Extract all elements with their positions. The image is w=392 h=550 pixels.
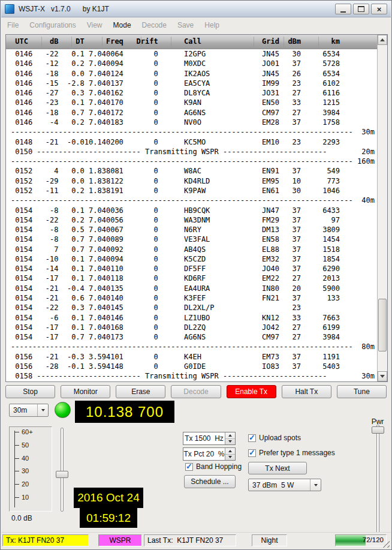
- power-select-value: 37 dBm 5 W: [249, 481, 310, 489]
- tx-progress-label: 72/120: [363, 536, 384, 543]
- meter-scale-label: 30: [22, 467, 29, 474]
- decode-row[interactable]: 0154 7 0.7 7.040092 0 AB4QS EL88 37 1518: [11, 245, 377, 254]
- decode-row[interactable]: 0154 -17 0.1 7.040168 0 DL2ZQ JO42 27 61…: [11, 323, 377, 332]
- decode-row[interactable]: 0154 -8 0.5 7.040067 0 N6RY DM13 37 3809: [11, 225, 377, 235]
- monitor-button[interactable]: Monitor: [61, 385, 110, 398]
- transmitting-row[interactable]: 0158 ------------------------ Transmitti…: [11, 371, 377, 381]
- decode-row[interactable]: 0152 -29 0.0 1.838122 0 KD4RLD EM95 10 7…: [11, 176, 377, 186]
- minimize-icon: [340, 10, 346, 13]
- decode-header[interactable]: UTC dB DT Freq Drift Call Grid dBm km: [6, 35, 377, 49]
- menubar: File Configurations View Mode Decode Sav…: [2, 18, 390, 32]
- decode-row[interactable]: 0146 -27 0.3 7.040162 0 DL8YCA JO31 27 6…: [11, 88, 377, 98]
- band-separator-row[interactable]: ----------------------------------------…: [11, 342, 377, 351]
- frequency-display: 10.138 700: [75, 401, 174, 423]
- halt-tx-button[interactable]: Halt Tx: [282, 385, 331, 398]
- band-separator-row[interactable]: ----------------------------------------…: [11, 127, 377, 137]
- spin-up-button[interactable]: [225, 448, 235, 455]
- pwr-slider[interactable]: [376, 425, 379, 534]
- wsjtx-window: WSJT-X v1.7.0 by K1JT × File Configurati…: [0, 0, 392, 550]
- decode-row[interactable]: 0154 -17 0.7 7.040173 0 AG6NS CM97 27 39…: [11, 332, 377, 342]
- meter-scale-label: 40: [22, 455, 29, 462]
- decode-row[interactable]: 0154 -22 0.2 7.040056 0 WA3DNM FM29 37 9…: [11, 215, 377, 225]
- decode-row[interactable]: 0154 -22 0.3 7.040145 0 DL2XL/P 23: [11, 303, 377, 312]
- arrow-up-icon: [380, 38, 385, 41]
- rx-gain-slider[interactable]: [61, 428, 64, 512]
- upload-spots-checkbox[interactable]: Upload spots: [248, 434, 301, 442]
- decode-row[interactable]: 0146 -18 0.7 7.040172 0 AG6NS CM97 27 39…: [11, 108, 377, 118]
- maximize-button[interactable]: [353, 4, 369, 14]
- band-separator-row[interactable]: ----------------------------------------…: [11, 157, 377, 166]
- prefer-type1-checkbox[interactable]: Prefer type 1 messages: [248, 449, 335, 457]
- chevron-down-icon: [310, 479, 321, 491]
- decode-row[interactable]: 0152 4 0.0 1.838081 0 W8AC EN91 37 549: [11, 166, 377, 176]
- decode-row[interactable]: 0154 -21 -0.4 7.040135 0 EA4URA IN80 20 …: [11, 284, 377, 293]
- spin-down-button[interactable]: [225, 439, 235, 445]
- decode-header-text: UTC dB DT Freq Drift Call Grid dBm km: [11, 37, 340, 46]
- band-separator-row[interactable]: ----------------------------------------…: [11, 196, 377, 205]
- meter-scale-label: 50: [22, 441, 29, 449]
- app-icon: [5, 4, 14, 14]
- decode-row[interactable]: 0146 -23 0.1 7.040170 0 K9AN EN50 33 121…: [11, 98, 377, 107]
- maximize-icon: [358, 6, 364, 12]
- decode-row[interactable]: 0154 -17 0.1 7.040118 0 KD6RF EM22 27 20…: [11, 274, 377, 283]
- schedule-button[interactable]: Schedule ...: [184, 475, 236, 488]
- decode-row[interactable]: 0156 -21 -0.3 3.594101 0 K4EH EM73 37 11…: [11, 352, 377, 362]
- decode-row[interactable]: 0154 -8 0.7 7.040089 0 VE3FAL EN58 37 14…: [11, 235, 377, 244]
- power-select[interactable]: 37 dBm 5 W: [248, 479, 321, 491]
- close-button[interactable]: ×: [371, 4, 387, 14]
- decode-row[interactable]: 0156 -28 -0.1 3.594148 0 G0IDE IO83 37 5…: [11, 362, 377, 371]
- mode-text: WSPR: [110, 536, 131, 545]
- spinner: [225, 448, 235, 460]
- decode-row[interactable]: 0146 -4 0.2 7.040183 0 NV0O EM28 37 1758: [11, 118, 377, 127]
- scroll-thumb[interactable]: [378, 299, 387, 351]
- decode-scrollbar[interactable]: [377, 35, 387, 381]
- tx-pct-spinbox[interactable]: Tx Pct 20 %: [183, 447, 236, 461]
- spin-up-button[interactable]: [225, 432, 235, 439]
- close-icon: ×: [377, 5, 382, 13]
- menu-decode: Decode: [137, 19, 172, 31]
- decode-rows[interactable]: 0146 -22 0.1 7.040064 0 I2GPG JN45 30 65…: [6, 49, 377, 381]
- spinner: [225, 432, 235, 444]
- arrow-down-icon: [228, 440, 232, 443]
- decode-row[interactable]: 0154 -14 0.1 7.040110 0 DF5FF JO40 37 62…: [11, 264, 377, 274]
- band-hopping-checkbox[interactable]: Band Hopping: [185, 462, 242, 471]
- decode-row[interactable]: 0146 -22 0.1 7.040064 0 I2GPG JN45 30 65…: [11, 49, 377, 59]
- decode-row[interactable]: 0154 -8 0.1 7.040036 0 HB9CQK JN47 37 64…: [11, 206, 377, 215]
- scroll-up-button[interactable]: [378, 35, 387, 45]
- decode-row[interactable]: 0154 -21 0.6 7.040140 0 K3FEF FN21 37 13…: [11, 293, 377, 303]
- pwr-slider-thumb[interactable]: [372, 426, 384, 434]
- tune-button[interactable]: Tune: [337, 385, 387, 398]
- decode-row[interactable]: 0146 -15 -2.8 7.040137 0 EA5CYA IM99 23 …: [11, 79, 377, 88]
- decode-row[interactable]: 0148 -21 -0.010.140200 0 KC5MO EM10 23 2…: [11, 137, 377, 147]
- window-byline: by K1JT: [83, 5, 109, 13]
- arrow-down-icon: [228, 456, 232, 458]
- transmitting-row[interactable]: 0150 ------------------------ Transmitti…: [11, 147, 377, 157]
- meter-scale-label: 20: [22, 480, 29, 488]
- decode-row[interactable]: 0154 -10 0.1 7.040094 0 K5CZD EM32 37 18…: [11, 254, 377, 264]
- meter-readout: 0.0 dB: [11, 514, 32, 522]
- upload-spots-label: Upload spots: [259, 434, 301, 442]
- erase-button[interactable]: Erase: [116, 385, 165, 398]
- tx-next-button[interactable]: Tx Next: [248, 462, 307, 474]
- spin-down-button[interactable]: [225, 455, 235, 461]
- menu-mode[interactable]: Mode: [108, 19, 137, 31]
- decode-row[interactable]: 0146 -18 0.0 7.040124 0 IK2AOS JN45 26 6…: [11, 69, 377, 79]
- header-separator: [284, 37, 284, 47]
- arrow-down-icon: [380, 375, 385, 378]
- date-display: 2016 Oct 24: [74, 488, 143, 508]
- stop-button[interactable]: Stop: [5, 385, 55, 398]
- band-select[interactable]: 30m: [9, 404, 49, 417]
- checkbox-icon: [185, 463, 193, 471]
- scroll-down-button[interactable]: [378, 371, 387, 381]
- enable-tx-button[interactable]: Enable Tx: [227, 385, 276, 398]
- mode-badge: WSPR: [98, 534, 142, 546]
- arrow-up-icon: [228, 450, 232, 452]
- tx-freq-spinbox[interactable]: Tx 1500 Hz: [183, 432, 236, 445]
- decode-row[interactable]: 0146 -12 0.2 7.040094 0 M0XDC JO01 37 57…: [11, 59, 377, 68]
- minimize-button[interactable]: [335, 4, 351, 14]
- titlebar[interactable]: WSJT-X v1.7.0 by K1JT ×: [1, 1, 391, 17]
- decode-row[interactable]: 0152 -11 0.2 1.838191 0 K9PAW EN61 30 10…: [11, 186, 377, 196]
- rx-gain-slider-thumb[interactable]: [56, 471, 68, 478]
- meter-tick: [14, 484, 19, 485]
- decode-row[interactable]: 0154 -6 0.1 7.040146 0 LZ1UBO KN12 33 76…: [11, 313, 377, 323]
